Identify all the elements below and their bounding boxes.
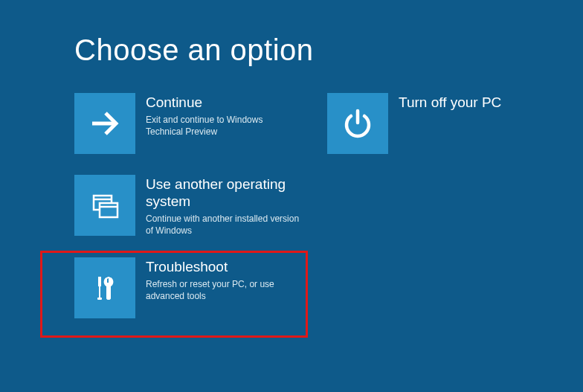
options-grid: Continue Exit and continue to Windows Te… [74, 93, 583, 318]
turn-off-option[interactable]: Turn off your PC [327, 93, 521, 154]
continue-title: Continue [146, 94, 302, 112]
troubleshoot-option[interactable]: Troubleshoot Refresh or reset your PC, o… [74, 257, 305, 318]
tools-icon [86, 269, 123, 306]
another-os-desc: Continue with another installed version … [146, 213, 302, 237]
troubleshoot-tile [74, 257, 135, 318]
svg-rect-6 [99, 286, 100, 299]
svg-rect-5 [98, 277, 101, 286]
another-os-tile [74, 175, 135, 236]
another-os-option[interactable]: Use another operating system Continue wi… [74, 175, 305, 237]
continue-tile [74, 93, 135, 154]
turn-off-text: Turn off your PC [399, 93, 501, 114]
options-column-left: Continue Exit and continue to Windows Te… [74, 93, 305, 318]
recovery-screen: Choose an option Continue [0, 0, 583, 318]
arrow-right-icon [86, 105, 123, 142]
troubleshoot-desc: Refresh or reset your PC, or use advance… [146, 278, 302, 302]
svg-rect-7 [97, 298, 102, 300]
power-icon [339, 105, 376, 142]
another-os-title: Use another operating system [146, 176, 305, 211]
turn-off-title: Turn off your PC [399, 94, 501, 112]
continue-desc: Exit and continue to Windows Technical P… [146, 114, 302, 138]
options-column-right: Turn off your PC [327, 93, 521, 318]
troubleshoot-text: Troubleshoot Refresh or reset your PC, o… [146, 257, 302, 302]
another-os-text: Use another operating system Continue wi… [146, 175, 305, 237]
continue-option[interactable]: Continue Exit and continue to Windows Te… [74, 93, 305, 154]
page-title: Choose an option [74, 33, 583, 67]
continue-text: Continue Exit and continue to Windows Te… [146, 93, 302, 138]
svg-rect-3 [100, 203, 117, 217]
turn-off-tile [327, 93, 388, 154]
troubleshoot-title: Troubleshoot [146, 259, 302, 276]
windows-stack-icon [86, 187, 123, 224]
